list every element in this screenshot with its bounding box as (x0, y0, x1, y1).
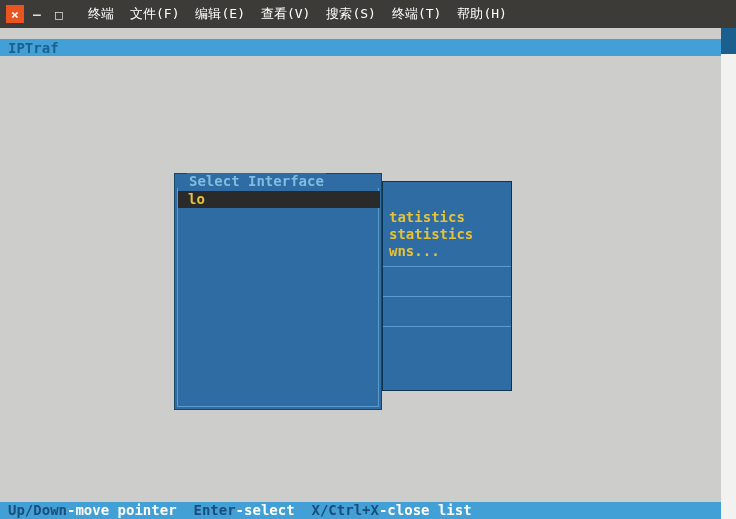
menu-fragment[interactable] (383, 273, 511, 290)
menu-fragment[interactable]: tatistics (383, 209, 511, 226)
select-interface-panel: Select Interface lo (174, 173, 382, 410)
menubar: 终端 文件(F) 编辑(E) 查看(V) 搜索(S) 终端(T) 帮助(H) (82, 3, 513, 25)
menu-terminal[interactable]: 终端(T) (386, 3, 447, 25)
status-bar: Up/Down-move pointer Enter-select X/Ctrl… (0, 502, 721, 519)
hint-action-close: -close list (379, 502, 472, 518)
scrollbar-thumb[interactable] (721, 28, 736, 54)
title-bar-bg (0, 39, 721, 56)
menu-separator (383, 296, 511, 297)
hint-key-enter: Enter (193, 502, 235, 518)
scrollbar-track[interactable] (721, 28, 736, 519)
close-icon[interactable]: × (6, 5, 24, 23)
menu-terminal-zh[interactable]: 终端 (82, 3, 120, 25)
menu-separator (383, 266, 511, 267)
menu-view[interactable]: 查看(V) (255, 3, 316, 25)
menu-help[interactable]: 帮助(H) (451, 3, 512, 25)
menu-separator (383, 326, 511, 327)
panel-title: Select Interface (187, 173, 326, 190)
menu-fragment[interactable]: wns... (383, 243, 511, 260)
main-menu-panel: tatistics statistics wns... (382, 181, 512, 391)
menu-search[interactable]: 搜索(S) (320, 3, 381, 25)
hint-action-select: -select (236, 502, 295, 518)
interface-item-lo[interactable]: lo (178, 191, 380, 208)
hint-action-move: -move pointer (67, 502, 177, 518)
panel-border (177, 188, 379, 407)
minimize-icon[interactable]: — (28, 5, 46, 23)
maximize-icon[interactable]: □ (50, 5, 68, 23)
window-titlebar: × — □ 终端 文件(F) 编辑(E) 查看(V) 搜索(S) 终端(T) 帮… (0, 0, 736, 28)
menu-fragment[interactable] (383, 303, 511, 320)
menu-edit[interactable]: 编辑(E) (189, 3, 250, 25)
hint-key-close: X/Ctrl+X (311, 502, 378, 518)
app-title: IPTraf (8, 40, 59, 57)
window-buttons: × — □ (6, 5, 68, 23)
terminal-area: IPTraf tatistics statistics wns... Selec… (0, 28, 736, 519)
menu-file[interactable]: 文件(F) (124, 3, 185, 25)
hint-key-updown: Up/Down (8, 502, 67, 518)
menu-fragment[interactable]: statistics (383, 226, 511, 243)
